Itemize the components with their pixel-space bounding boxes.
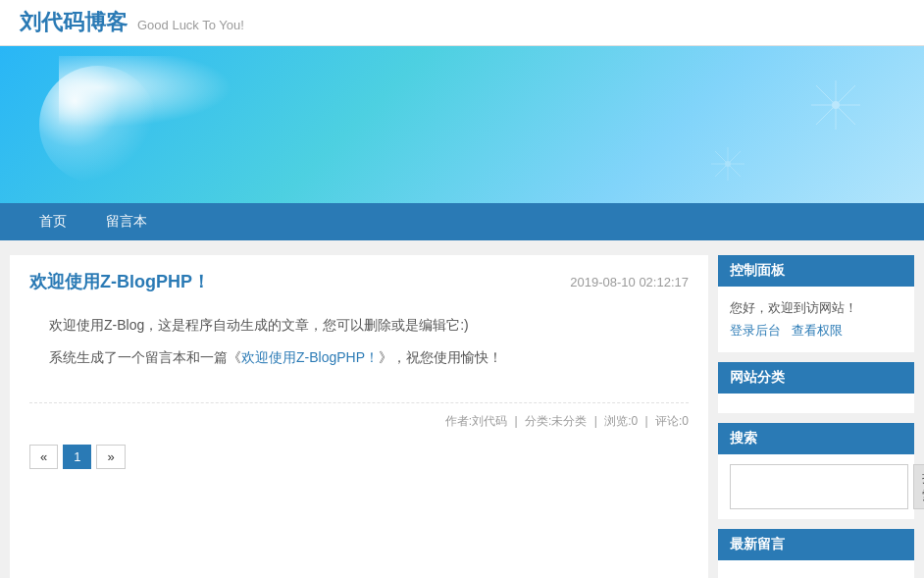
post-body-line2-suffix: 》，祝您使用愉快！ [379, 349, 502, 365]
sidebar-recent-comments-title: 最新留言 [718, 529, 914, 560]
nav-item-guestbook[interactable]: 留言本 [86, 203, 167, 240]
site-header: 刘代码博客 Good Luck To You! [0, 0, 924, 46]
post-body-line2: 系统生成了一个留言本和一篇《欢迎使用Z-BlogPHP！》，祝您使用愉快！ [49, 345, 669, 370]
post-header: 欢迎使用Z-BlogPHP！ 2019-08-10 02:12:17 [29, 270, 689, 293]
sidebar-recent-comments: 最新留言 [718, 529, 914, 578]
sidebar-search-row: 搜索 [718, 454, 914, 519]
post-title[interactable]: 欢迎使用Z-BlogPHP！ [29, 270, 210, 293]
next-page-btn[interactable]: » [96, 445, 125, 469]
svg-point-0 [832, 101, 840, 109]
post-body-link[interactable]: 欢迎使用Z-BlogPHP！ [241, 349, 379, 365]
banner [0, 46, 924, 203]
sidebar-search: 搜索 搜索 [718, 423, 914, 519]
sidebar-permissions-link[interactable]: 查看权限 [792, 323, 843, 338]
sidebar-categories-body [718, 394, 914, 413]
sidebar-control-panel-body: 您好，欢迎到访网站！ 登录后台 查看权限 [718, 287, 914, 352]
sidebar: 控制面板 您好，欢迎到访网站！ 登录后台 查看权限 网站分类 搜索 搜索 最新留… [718, 255, 914, 578]
sidebar-categories: 网站分类 [718, 362, 914, 413]
post-footer: 作者:刘代码 | 分类:未分类 | 浏览:0 | 评论:0 [29, 402, 689, 430]
svg-line-16 [730, 151, 741, 162]
nav-item-home[interactable]: 首页 [20, 203, 86, 240]
current-page-btn[interactable]: 1 [63, 445, 91, 469]
content-area: 欢迎使用Z-BlogPHP！ 2019-08-10 02:12:17 欢迎使用Z… [10, 255, 708, 578]
sidebar-recent-comments-body [718, 560, 914, 578]
navigation: 首页 留言本 [0, 203, 924, 240]
pagination: « 1 » [29, 445, 689, 469]
svg-line-5 [816, 85, 833, 102]
main-layout: 欢迎使用Z-BlogPHP！ 2019-08-10 02:12:17 欢迎使用Z… [0, 240, 924, 578]
post-comments: 评论:0 [655, 414, 689, 428]
svg-line-15 [730, 166, 741, 177]
post-views: 浏览:0 [604, 414, 638, 428]
dandelion-icon [806, 76, 865, 134]
sidebar-login-link[interactable]: 登录后台 [730, 323, 781, 338]
post-author: 作者:刘代码 [445, 414, 507, 428]
svg-line-8 [816, 108, 833, 125]
sidebar-categories-title: 网站分类 [718, 362, 914, 394]
post-body-line2-prefix: 系统生成了一个留言本和一篇《 [49, 349, 241, 365]
search-input[interactable] [730, 464, 908, 509]
sidebar-control-panel: 控制面板 您好，欢迎到访网站！ 登录后台 查看权限 [718, 255, 914, 352]
sep1: | [515, 414, 518, 428]
svg-line-6 [839, 108, 855, 125]
svg-line-17 [715, 166, 726, 177]
sidebar-search-title: 搜索 [718, 423, 914, 454]
svg-line-14 [715, 151, 726, 162]
post-category: 分类:未分类 [525, 414, 587, 428]
search-button[interactable]: 搜索 [913, 464, 924, 509]
dandelion2-icon [708, 144, 747, 184]
prev-page-btn[interactable]: « [29, 445, 58, 469]
svg-line-7 [839, 85, 855, 102]
sep2: | [594, 414, 597, 428]
site-title: 刘代码博客 [20, 8, 128, 37]
sep3: | [645, 414, 648, 428]
post-body: 欢迎使用Z-Blog，这是程序自动生成的文章，您可以删除或是编辑它:) 系统生成… [29, 308, 689, 383]
sidebar-greeting: 您好，欢迎到访网站！ [730, 296, 902, 319]
post-date: 2019-08-10 02:12:17 [570, 275, 689, 289]
sidebar-control-panel-title: 控制面板 [718, 255, 914, 287]
site-subtitle: Good Luck To You! [137, 18, 244, 32]
post-body-line1: 欢迎使用Z-Blog，这是程序自动生成的文章，您可以删除或是编辑它:) [49, 313, 669, 338]
